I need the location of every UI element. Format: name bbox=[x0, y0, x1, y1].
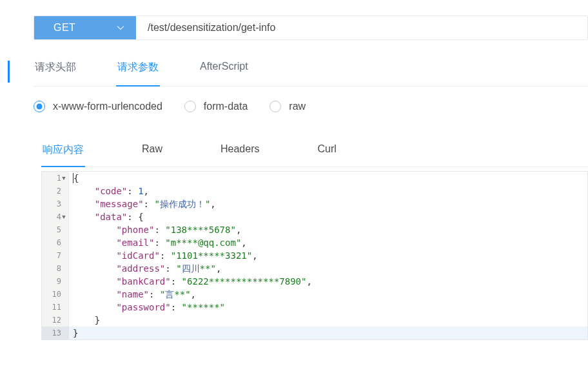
code-line[interactable]: 2 "code": 1, bbox=[42, 185, 587, 197]
line-number: 6 bbox=[42, 236, 69, 249]
code-line[interactable]: 5 "phone": "138****5678", bbox=[42, 223, 587, 236]
http-method-label: GET bbox=[54, 22, 75, 34]
code-content: "email": "m****@qq.com", bbox=[69, 236, 587, 249]
fold-icon[interactable]: ▼ bbox=[61, 210, 66, 223]
code-content: "password": "******" bbox=[69, 301, 587, 314]
line-number: 12 bbox=[42, 314, 69, 327]
code-line[interactable]: 7 "idCard": "1101*****3321", bbox=[42, 249, 587, 262]
line-number: 2 bbox=[42, 185, 69, 197]
code-content: "address": "四川**", bbox=[69, 262, 587, 275]
line-number: 13 bbox=[42, 327, 69, 339]
request-tabs: 请求头部请求参数AfterScript bbox=[34, 58, 588, 86]
fold-icon[interactable]: ▼ bbox=[61, 172, 66, 185]
code-content: "message": "操作成功！", bbox=[69, 197, 587, 210]
line-number: 8 bbox=[42, 262, 69, 275]
code-line[interactable]: 4▼ "data": { bbox=[42, 210, 587, 223]
response-code-editor[interactable]: 1▼{2 "code": 1,3 "message": "操作成功！",4▼ "… bbox=[41, 171, 588, 340]
code-content: "code": 1, bbox=[69, 185, 587, 197]
request-url-bar: GET bbox=[34, 15, 588, 40]
response-tab-1[interactable]: Raw bbox=[141, 141, 164, 160]
code-line[interactable]: 10 "name": "言**", bbox=[42, 288, 587, 301]
code-content: } bbox=[69, 314, 587, 327]
response-tabs: 响应内容RawHeadersCurl bbox=[41, 141, 588, 167]
response-tab-0[interactable]: 响应内容 bbox=[41, 141, 85, 167]
request-tab-2[interactable]: AfterScript bbox=[199, 58, 250, 79]
code-content: { bbox=[69, 172, 587, 185]
radio-label: raw bbox=[289, 101, 306, 112]
line-number: 1▼ bbox=[42, 172, 69, 185]
code-line[interactable]: 3 "message": "操作成功！", bbox=[42, 197, 587, 210]
code-line[interactable]: 12 } bbox=[42, 314, 587, 327]
code-content: "bankCard": "6222*************7890", bbox=[69, 275, 587, 288]
line-number: 7 bbox=[42, 249, 69, 262]
url-input[interactable] bbox=[136, 16, 587, 39]
line-number: 11 bbox=[42, 301, 69, 314]
code-line[interactable]: 6 "email": "m****@qq.com", bbox=[42, 236, 587, 249]
response-tab-2[interactable]: Headers bbox=[219, 141, 260, 160]
radio-circle-icon bbox=[270, 101, 281, 112]
radio-circle-icon bbox=[34, 101, 45, 112]
code-line[interactable]: 11 "password": "******" bbox=[42, 301, 587, 314]
radio-label: x-www-form-urlencoded bbox=[53, 101, 162, 112]
line-number: 4▼ bbox=[42, 210, 69, 223]
code-line[interactable]: 9 "bankCard": "6222*************7890", bbox=[42, 275, 587, 288]
code-content: "name": "言**", bbox=[69, 288, 587, 301]
line-number: 3 bbox=[42, 197, 69, 210]
content-type-radio-2[interactable]: raw bbox=[270, 101, 306, 112]
request-tab-0[interactable]: 请求头部 bbox=[34, 58, 77, 79]
line-number: 9 bbox=[42, 275, 69, 288]
radio-label: form-data bbox=[204, 101, 248, 112]
code-content: } bbox=[69, 327, 587, 339]
code-line[interactable]: 1▼{ bbox=[42, 172, 587, 185]
content-type-radios: x-www-form-urlencodedform-dataraw bbox=[34, 101, 588, 112]
line-number: 10 bbox=[42, 288, 69, 301]
code-content: "phone": "138****5678", bbox=[69, 223, 587, 236]
request-tab-1[interactable]: 请求参数 bbox=[116, 58, 160, 86]
response-tab-3[interactable]: Curl bbox=[317, 141, 338, 160]
line-number: 5 bbox=[42, 223, 69, 236]
code-line[interactable]: 13} bbox=[42, 327, 587, 339]
code-line[interactable]: 8 "address": "四川**", bbox=[42, 262, 587, 275]
radio-circle-icon bbox=[184, 101, 196, 112]
content-type-radio-1[interactable]: form-data bbox=[184, 101, 248, 112]
code-content: "data": { bbox=[69, 210, 587, 223]
code-content: "idCard": "1101*****3321", bbox=[69, 249, 587, 262]
chevron-down-icon bbox=[117, 25, 124, 30]
content-type-radio-0[interactable]: x-www-form-urlencoded bbox=[34, 101, 162, 112]
active-section-indicator bbox=[8, 61, 10, 83]
http-method-select[interactable]: GET bbox=[34, 16, 136, 39]
